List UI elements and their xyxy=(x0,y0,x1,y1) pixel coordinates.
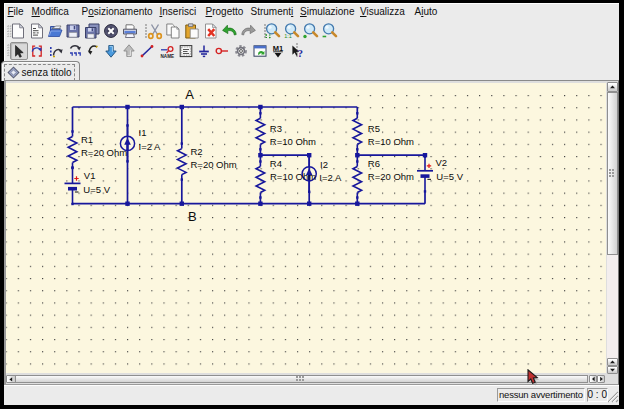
svg-text:R1: R1 xyxy=(81,134,93,145)
svg-text:R=20 Ohm: R=20 Ohm xyxy=(191,159,237,170)
svg-text:R5: R5 xyxy=(368,123,380,134)
svg-text:1:1: 1:1 xyxy=(284,33,292,39)
svg-text:V2: V2 xyxy=(435,157,447,168)
svg-text:NAME: NAME xyxy=(161,54,175,59)
svg-text:R6: R6 xyxy=(368,158,380,169)
svg-text:R3: R3 xyxy=(270,123,282,134)
svg-text:?: ? xyxy=(298,47,304,59)
svg-text:R=20 Ohm: R=20 Ohm xyxy=(368,171,414,182)
svg-text:R=10 Ohm: R=10 Ohm xyxy=(368,136,414,147)
svg-text:R=10 Ohm: R=10 Ohm xyxy=(270,136,316,147)
svg-text:I2: I2 xyxy=(320,159,328,170)
svg-text:I1: I1 xyxy=(139,127,147,138)
svg-text:U=5 V: U=5 V xyxy=(436,171,463,182)
svg-text:R2: R2 xyxy=(191,146,203,157)
svg-text:R4: R4 xyxy=(270,158,282,169)
svg-text:I=2 A: I=2 A xyxy=(139,141,162,152)
svg-text:R=20 Ohm: R=20 Ohm xyxy=(81,147,127,158)
svg-text:I=2 A: I=2 A xyxy=(319,172,342,183)
svg-text:B: B xyxy=(188,209,197,224)
svg-text:R=10 Ohm: R=10 Ohm xyxy=(270,171,316,182)
svg-text:V1: V1 xyxy=(84,170,96,181)
svg-text:A: A xyxy=(185,87,194,102)
svg-text:U=5 V: U=5 V xyxy=(83,184,110,195)
